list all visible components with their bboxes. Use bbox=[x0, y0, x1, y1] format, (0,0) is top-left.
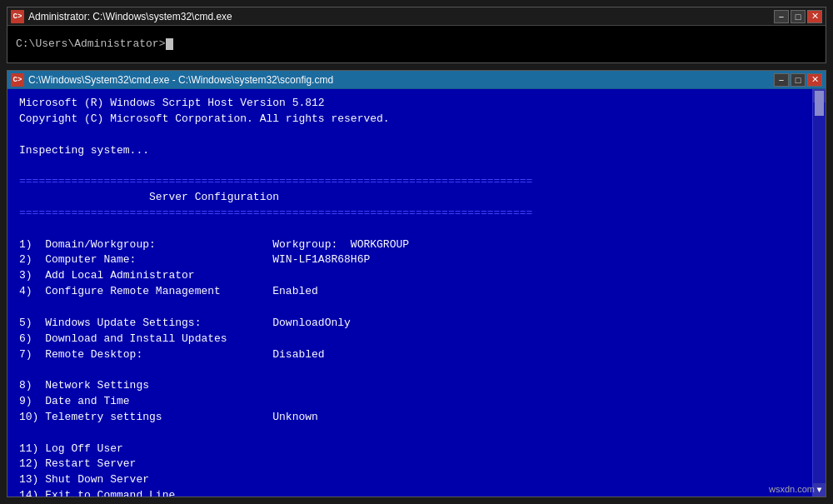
console-item-6: 6) Download and Install Updates bbox=[19, 332, 814, 347]
console-line-3 bbox=[19, 127, 814, 143]
console-item-4: 4) Configure Remote Management Enabled bbox=[19, 284, 814, 300]
titlebar-bottom: C> C:\Windows\System32\cmd.exe - C:\Wind… bbox=[7, 71, 826, 89]
console-line-1: Microsoft (R) Windows Script Host Versio… bbox=[19, 96, 814, 112]
titlebar-top: C> Administrator: C:\Windows\system32\cm… bbox=[7, 7, 826, 26]
console-line-4: Inspecting system... bbox=[19, 143, 814, 159]
sconfig-window: C> C:\Windows\System32\cmd.exe - C:\Wind… bbox=[7, 70, 826, 497]
titlebar-top-title: Administrator: C:\Windows\system32\cmd.e… bbox=[28, 11, 232, 22]
console-blank-2 bbox=[19, 300, 814, 316]
console-item-8: 8) Network Settings bbox=[19, 378, 814, 394]
separator-1: ========================================… bbox=[19, 174, 814, 190]
scrollbar-down-arrow[interactable]: ▼ bbox=[813, 483, 826, 497]
console-item-13: 13) Shut Down Server bbox=[19, 472, 814, 488]
cursor bbox=[166, 38, 173, 50]
console-blank-3 bbox=[19, 362, 814, 378]
sconfig-content: Microsoft (R) Windows Script Host Versio… bbox=[7, 89, 826, 497]
console-blank-4 bbox=[19, 426, 814, 442]
console-item-11: 11) Log Off User bbox=[19, 442, 814, 457]
titlebar-bottom-left: C> C:\Windows\System32\cmd.exe - C:\Wind… bbox=[11, 73, 333, 87]
console-item-3: 3) Add Local Administrator bbox=[19, 268, 814, 284]
console-item-12: 12) Restart Server bbox=[19, 457, 814, 472]
close-button-top[interactable]: ✕ bbox=[807, 10, 822, 23]
minimize-button-top[interactable]: − bbox=[774, 10, 789, 23]
restore-button-top[interactable]: □ bbox=[791, 10, 806, 23]
cmd-icon-top: C> bbox=[11, 10, 24, 23]
top-prompt: C:\Users\Administrator> bbox=[16, 37, 165, 52]
console-line-5 bbox=[19, 158, 814, 174]
console-blank-1 bbox=[19, 222, 814, 237]
close-button-bottom[interactable]: ✕ bbox=[807, 73, 822, 87]
console-item-2: 2) Computer Name: WIN-LF1A8R68H6P bbox=[19, 252, 814, 268]
console-item-9: 9) Date and Time bbox=[19, 394, 814, 410]
console-item-7: 7) Remote Desktop: Disabled bbox=[19, 347, 814, 363]
console-item-14: 14) Exit to Command Line bbox=[19, 488, 814, 497]
separator-2: ========================================… bbox=[19, 206, 814, 222]
console-line-2: Copyright (C) Microsoft Corporation. All… bbox=[19, 112, 814, 127]
console-item-5: 5) Windows Update Settings: DownloadOnly bbox=[19, 316, 814, 332]
scrollbar-thumb[interactable] bbox=[815, 91, 824, 116]
watermark: wsxdn.com bbox=[769, 484, 815, 494]
console-header: Server Configuration bbox=[19, 190, 814, 206]
console-item-1: 1) Domain/Workgroup: Workgroup: WORKGROU… bbox=[19, 237, 814, 253]
titlebar-top-buttons: − □ ✕ bbox=[774, 10, 822, 23]
scrollbar[interactable]: ▲ ▼ bbox=[812, 89, 826, 497]
titlebar-bottom-title: C:\Windows\System32\cmd.exe - C:\Windows… bbox=[28, 74, 333, 86]
minimize-button-bottom[interactable]: − bbox=[774, 73, 789, 87]
restore-button-bottom[interactable]: □ bbox=[791, 73, 806, 87]
cmd-icon-bottom: C> bbox=[11, 73, 24, 87]
console-item-10: 10) Telemetry settings Unknown bbox=[19, 410, 814, 426]
cmd-top-content: C:\Users\Administrator> bbox=[7, 26, 826, 62]
titlebar-bottom-buttons: − □ ✕ bbox=[774, 73, 822, 87]
cmd-top-window: C> Administrator: C:\Windows\system32\cm… bbox=[7, 7, 826, 63]
titlebar-top-left: C> Administrator: C:\Windows\system32\cm… bbox=[11, 10, 232, 23]
